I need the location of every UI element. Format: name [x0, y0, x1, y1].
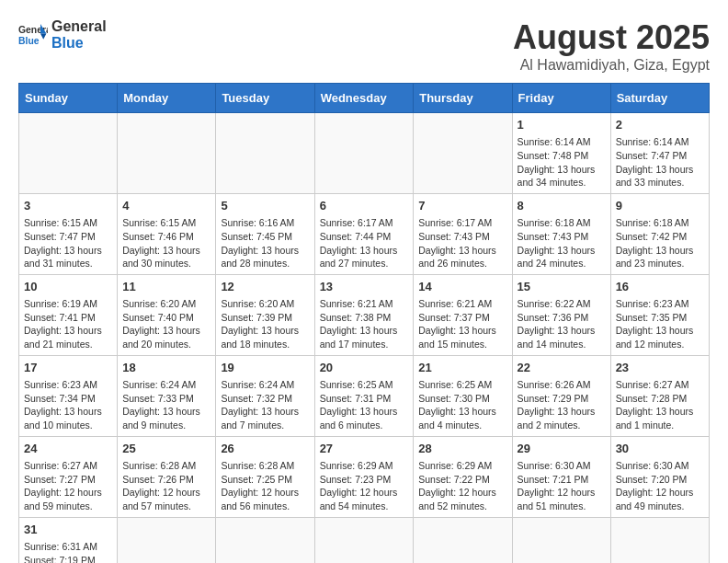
- week-row-4: 24Sunrise: 6:27 AM Sunset: 7:27 PM Dayli…: [19, 436, 710, 517]
- cell-3-0: 17Sunrise: 6:23 AM Sunset: 7:34 PM Dayli…: [19, 355, 118, 436]
- day-info: Sunrise: 6:20 AM Sunset: 7:39 PM Dayligh…: [221, 298, 299, 350]
- svg-text:Blue: Blue: [18, 35, 40, 45]
- cell-4-4: 28Sunrise: 6:29 AM Sunset: 7:22 PM Dayli…: [414, 436, 512, 517]
- day-number: 6: [320, 198, 409, 214]
- calendar-subtitle: Al Hawamidiyah, Giza, Egypt: [513, 57, 710, 74]
- day-info: Sunrise: 6:29 AM Sunset: 7:22 PM Dayligh…: [418, 460, 496, 511]
- header-thursday: Thursday: [414, 84, 512, 113]
- cell-4-1: 25Sunrise: 6:28 AM Sunset: 7:26 PM Dayli…: [118, 436, 216, 517]
- day-info: Sunrise: 6:16 AM Sunset: 7:45 PM Dayligh…: [221, 217, 299, 269]
- cell-0-1: [118, 113, 216, 194]
- header-monday: Monday: [118, 84, 216, 113]
- day-info: Sunrise: 6:14 AM Sunset: 7:47 PM Dayligh…: [616, 136, 694, 188]
- title-area: August 2025 Al Hawamidiyah, Giza, Egypt: [513, 18, 710, 74]
- day-info: Sunrise: 6:15 AM Sunset: 7:47 PM Dayligh…: [24, 217, 102, 269]
- day-info: Sunrise: 6:28 AM Sunset: 7:25 PM Dayligh…: [221, 460, 299, 511]
- day-number: 5: [221, 198, 309, 214]
- calendar-table: SundayMondayTuesdayWednesdayThursdayFrid…: [18, 83, 710, 563]
- cell-5-4: [414, 517, 512, 563]
- day-info: Sunrise: 6:22 AM Sunset: 7:36 PM Dayligh…: [518, 298, 596, 350]
- logo-line2: Blue: [51, 35, 107, 52]
- day-info: Sunrise: 6:20 AM Sunset: 7:40 PM Dayligh…: [122, 298, 200, 350]
- day-info: Sunrise: 6:25 AM Sunset: 7:31 PM Dayligh…: [320, 379, 398, 431]
- day-number: 9: [616, 198, 704, 214]
- day-number: 19: [221, 360, 309, 376]
- cell-1-3: 6Sunrise: 6:17 AM Sunset: 7:44 PM Daylig…: [314, 193, 414, 274]
- cell-2-1: 11Sunrise: 6:20 AM Sunset: 7:40 PM Dayli…: [118, 274, 216, 355]
- cell-2-5: 15Sunrise: 6:22 AM Sunset: 7:36 PM Dayli…: [512, 274, 610, 355]
- day-info: Sunrise: 6:25 AM Sunset: 7:30 PM Dayligh…: [418, 379, 496, 431]
- day-info: Sunrise: 6:31 AM Sunset: 7:19 PM Dayligh…: [24, 541, 102, 563]
- cell-3-1: 18Sunrise: 6:24 AM Sunset: 7:33 PM Dayli…: [118, 355, 216, 436]
- day-info: Sunrise: 6:27 AM Sunset: 7:28 PM Dayligh…: [616, 379, 694, 431]
- cell-0-5: 1Sunrise: 6:14 AM Sunset: 7:48 PM Daylig…: [512, 113, 610, 194]
- cell-5-3: [314, 517, 414, 563]
- day-number: 7: [418, 198, 506, 214]
- cell-4-2: 26Sunrise: 6:28 AM Sunset: 7:25 PM Dayli…: [216, 436, 314, 517]
- cell-0-6: 2Sunrise: 6:14 AM Sunset: 7:47 PM Daylig…: [610, 113, 709, 194]
- day-info: Sunrise: 6:29 AM Sunset: 7:23 PM Dayligh…: [320, 460, 398, 511]
- cell-3-2: 19Sunrise: 6:24 AM Sunset: 7:32 PM Dayli…: [216, 355, 314, 436]
- day-number: 17: [24, 360, 112, 376]
- day-number: 21: [418, 360, 506, 376]
- day-number: 1: [518, 117, 606, 133]
- day-info: Sunrise: 6:26 AM Sunset: 7:29 PM Dayligh…: [518, 379, 596, 431]
- day-number: 13: [320, 279, 409, 295]
- day-info: Sunrise: 6:15 AM Sunset: 7:46 PM Dayligh…: [122, 217, 200, 269]
- cell-2-6: 16Sunrise: 6:23 AM Sunset: 7:35 PM Dayli…: [610, 274, 709, 355]
- cell-4-6: 30Sunrise: 6:30 AM Sunset: 7:20 PM Dayli…: [610, 436, 709, 517]
- cell-0-0: [19, 113, 118, 194]
- cell-3-5: 22Sunrise: 6:26 AM Sunset: 7:29 PM Dayli…: [512, 355, 610, 436]
- day-number: 8: [518, 198, 606, 214]
- header-wednesday: Wednesday: [314, 84, 414, 113]
- cell-3-6: 23Sunrise: 6:27 AM Sunset: 7:28 PM Dayli…: [610, 355, 709, 436]
- day-number: 3: [24, 198, 112, 214]
- day-info: Sunrise: 6:21 AM Sunset: 7:37 PM Dayligh…: [418, 298, 496, 350]
- cell-0-3: [314, 113, 414, 194]
- cell-1-5: 8Sunrise: 6:18 AM Sunset: 7:43 PM Daylig…: [512, 193, 610, 274]
- logo: General Blue General Blue: [18, 18, 107, 51]
- day-info: Sunrise: 6:18 AM Sunset: 7:42 PM Dayligh…: [616, 217, 694, 269]
- day-info: Sunrise: 6:17 AM Sunset: 7:44 PM Dayligh…: [320, 217, 398, 269]
- day-info: Sunrise: 6:24 AM Sunset: 7:33 PM Dayligh…: [122, 379, 200, 431]
- cell-2-2: 12Sunrise: 6:20 AM Sunset: 7:39 PM Dayli…: [216, 274, 314, 355]
- cell-1-4: 7Sunrise: 6:17 AM Sunset: 7:43 PM Daylig…: [414, 193, 512, 274]
- day-info: Sunrise: 6:19 AM Sunset: 7:41 PM Dayligh…: [24, 298, 102, 350]
- day-number: 27: [320, 441, 409, 457]
- week-row-0: 1Sunrise: 6:14 AM Sunset: 7:48 PM Daylig…: [19, 113, 710, 194]
- day-info: Sunrise: 6:23 AM Sunset: 7:35 PM Dayligh…: [616, 298, 694, 350]
- cell-2-0: 10Sunrise: 6:19 AM Sunset: 7:41 PM Dayli…: [19, 274, 118, 355]
- day-number: 26: [221, 441, 309, 457]
- header-saturday: Saturday: [610, 84, 709, 113]
- cell-3-3: 20Sunrise: 6:25 AM Sunset: 7:31 PM Dayli…: [314, 355, 414, 436]
- calendar-title: August 2025: [513, 18, 710, 57]
- cell-4-5: 29Sunrise: 6:30 AM Sunset: 7:21 PM Dayli…: [512, 436, 610, 517]
- cell-1-2: 5Sunrise: 6:16 AM Sunset: 7:45 PM Daylig…: [216, 193, 314, 274]
- day-info: Sunrise: 6:24 AM Sunset: 7:32 PM Dayligh…: [221, 379, 299, 431]
- logo-line1: General: [51, 18, 107, 35]
- cell-5-1: [118, 517, 216, 563]
- day-number: 16: [616, 279, 704, 295]
- day-number: 28: [418, 441, 506, 457]
- day-info: Sunrise: 6:27 AM Sunset: 7:27 PM Dayligh…: [24, 460, 102, 511]
- week-row-2: 10Sunrise: 6:19 AM Sunset: 7:41 PM Dayli…: [19, 274, 710, 355]
- cell-4-3: 27Sunrise: 6:29 AM Sunset: 7:23 PM Dayli…: [314, 436, 414, 517]
- header-friday: Friday: [512, 84, 610, 113]
- day-info: Sunrise: 6:17 AM Sunset: 7:43 PM Dayligh…: [418, 217, 496, 269]
- week-row-5: 31Sunrise: 6:31 AM Sunset: 7:19 PM Dayli…: [19, 517, 710, 563]
- day-number: 24: [24, 441, 112, 457]
- day-number: 4: [122, 198, 210, 214]
- cell-1-6: 9Sunrise: 6:18 AM Sunset: 7:42 PM Daylig…: [610, 193, 709, 274]
- week-row-3: 17Sunrise: 6:23 AM Sunset: 7:34 PM Dayli…: [19, 355, 710, 436]
- day-number: 10: [24, 279, 112, 295]
- day-info: Sunrise: 6:21 AM Sunset: 7:38 PM Dayligh…: [320, 298, 398, 350]
- day-info: Sunrise: 6:28 AM Sunset: 7:26 PM Dayligh…: [122, 460, 200, 511]
- cell-2-4: 14Sunrise: 6:21 AM Sunset: 7:37 PM Dayli…: [414, 274, 512, 355]
- day-number: 12: [221, 279, 309, 295]
- cell-3-4: 21Sunrise: 6:25 AM Sunset: 7:30 PM Dayli…: [414, 355, 512, 436]
- day-number: 31: [24, 522, 112, 538]
- day-info: Sunrise: 6:14 AM Sunset: 7:48 PM Dayligh…: [518, 136, 596, 188]
- day-number: 2: [616, 117, 704, 133]
- day-number: 20: [320, 360, 409, 376]
- logo-icon: General Blue: [18, 20, 48, 50]
